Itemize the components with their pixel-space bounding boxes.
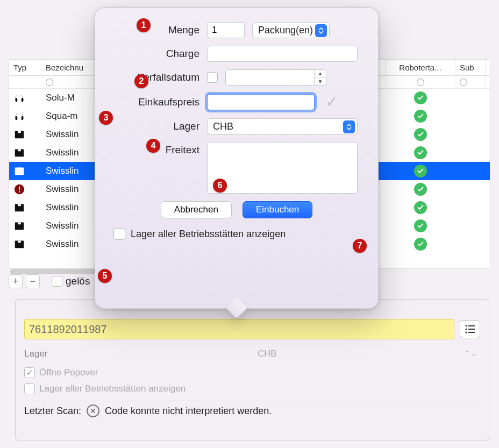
- svg-rect-2: [16, 117, 18, 120]
- svg-rect-9: [18, 168, 21, 170]
- unit-value: Packung(en): [258, 25, 313, 36]
- check-circle-icon: [414, 165, 427, 177]
- check-circle-icon: [414, 110, 427, 123]
- col-header-roboter[interactable]: Roboterta...: [386, 60, 455, 75]
- last-scan-message: Code konnte nicht interpretiert werden.: [105, 406, 272, 417]
- remove-button[interactable]: −: [26, 274, 40, 288]
- lower-lager-select[interactable]: CHB ⌃⌄: [54, 346, 480, 362]
- svg-point-21: [465, 328, 467, 330]
- charge-label: Charge: [109, 48, 199, 60]
- check-circle-icon: [414, 91, 427, 104]
- check-icon: ✓: [325, 93, 338, 111]
- menge-label: Menge: [109, 24, 199, 36]
- check-circle-icon: [414, 238, 427, 251]
- unit-select[interactable]: Packung(en): [252, 22, 330, 38]
- svg-rect-5: [18, 131, 21, 133]
- annotation-badge-1: 1: [137, 18, 151, 32]
- show-all-sites-checkbox[interactable]: [113, 228, 125, 240]
- chevron-up-icon: ▲: [315, 70, 326, 78]
- svg-rect-16: [18, 223, 21, 225]
- col-header-typ[interactable]: Typ: [9, 60, 41, 75]
- freitext-input[interactable]: [207, 142, 358, 194]
- table-footer: + − gelös: [9, 274, 90, 288]
- annotation-badge-4: 4: [146, 139, 160, 153]
- chevron-updown-icon: [343, 120, 355, 133]
- open-popover-label: Öffne Popover: [39, 367, 98, 378]
- check-circle-icon: [414, 146, 427, 159]
- list-button[interactable]: [460, 320, 480, 338]
- lower-lager-value: CHB: [258, 349, 277, 359]
- lower-lager-label: Lager: [24, 349, 47, 359]
- chevron-updown-icon: ⌃⌄: [464, 349, 477, 358]
- popover-lager-label: Lager: [109, 120, 199, 132]
- col-header-sub[interactable]: Sub: [455, 60, 486, 75]
- box-icon: [13, 238, 25, 250]
- svg-rect-18: [18, 241, 21, 243]
- deleted-checkbox[interactable]: [52, 276, 62, 287]
- check-circle-icon: [414, 183, 427, 196]
- chevron-down-icon: ▼: [315, 78, 326, 86]
- error-icon: ✕: [87, 404, 99, 417]
- alert-icon: [13, 183, 25, 195]
- booking-popover: Menge Packung(en) Charge Verfallsdatum ▲…: [95, 8, 379, 309]
- verfall-checkbox[interactable]: [207, 72, 218, 83]
- show-all-sites-label-lower: Lager aller Betriebsstätten anzeigen: [39, 383, 186, 394]
- svg-rect-7: [18, 150, 21, 152]
- svg-rect-22: [468, 329, 475, 330]
- svg-rect-11: [19, 187, 20, 190]
- date-stepper[interactable]: ▲ ▼: [315, 69, 326, 86]
- box-icon: [13, 165, 25, 177]
- box-icon: [13, 147, 25, 159]
- scan-panel: ○ Einbuche… ○ Ausbuchung Lager CHB ⌃⌄ Öf…: [15, 299, 489, 440]
- popover-lager-value: CHB: [213, 121, 233, 132]
- svg-rect-24: [468, 332, 475, 333]
- svg-point-19: [465, 325, 467, 326]
- box-icon: [13, 220, 25, 232]
- chevron-updown-icon: [315, 24, 327, 37]
- barcode-input[interactable]: [24, 319, 454, 339]
- filter-icon[interactable]: [46, 79, 53, 86]
- headphones-icon: [13, 92, 25, 104]
- svg-rect-20: [468, 325, 475, 326]
- ekp-label: Einkaufspreis: [109, 96, 199, 108]
- open-popover-checkbox[interactable]: [24, 367, 35, 378]
- menge-input[interactable]: [207, 22, 245, 38]
- charge-input[interactable]: [207, 46, 358, 62]
- submit-button[interactable]: Einbuchen: [243, 201, 312, 218]
- box-icon: [13, 202, 25, 214]
- deleted-label: gelös: [66, 275, 90, 287]
- show-all-sites-checkbox-lower[interactable]: [24, 383, 35, 394]
- ekp-input[interactable]: [207, 94, 315, 110]
- svg-rect-1: [22, 98, 24, 102]
- add-button[interactable]: +: [9, 274, 23, 288]
- filter-icon[interactable]: [460, 79, 467, 86]
- last-scan-label: Letzter Scan:: [24, 406, 81, 417]
- annotation-badge-3: 3: [99, 111, 113, 125]
- verfall-label: Verfallsdatum: [109, 72, 199, 83]
- annotation-badge-2: 2: [134, 74, 148, 88]
- annotation-badge-6: 6: [213, 179, 227, 193]
- headphones-icon: [13, 110, 25, 122]
- check-circle-icon: [414, 128, 427, 141]
- annotation-badge-7: 7: [353, 239, 367, 253]
- svg-rect-14: [18, 204, 21, 207]
- check-circle-icon: [414, 219, 427, 232]
- show-all-sites-label: Lager aller Betriebsstätten anzeigen: [131, 229, 286, 240]
- verfall-input[interactable]: [225, 69, 315, 86]
- annotation-badge-5: 5: [98, 269, 112, 283]
- list-icon: [465, 325, 475, 333]
- popover-lager-select[interactable]: CHB: [207, 118, 358, 134]
- filter-icon[interactable]: [417, 79, 424, 86]
- check-circle-icon: [414, 201, 427, 214]
- svg-rect-3: [22, 117, 24, 120]
- svg-rect-12: [19, 191, 20, 193]
- svg-rect-0: [16, 98, 18, 102]
- cancel-button[interactable]: Abbrechen: [161, 201, 232, 218]
- svg-point-23: [465, 331, 467, 333]
- box-icon: [13, 129, 25, 140]
